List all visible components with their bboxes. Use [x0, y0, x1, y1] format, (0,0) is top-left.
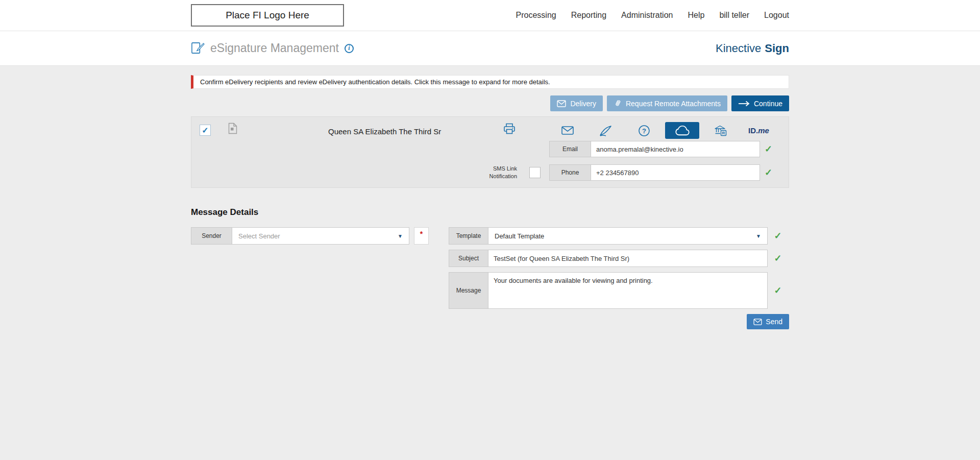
- arrow-right-icon: [738, 101, 750, 107]
- main-content: Confirm eDelivery recipients and review …: [0, 66, 980, 329]
- idme-me: me: [758, 126, 769, 135]
- delivery-button-label: Delivery: [570, 100, 596, 108]
- info-icon[interactable]: i: [345, 44, 354, 53]
- page-title: eSignature Management: [210, 41, 339, 55]
- printer-icon[interactable]: [503, 123, 516, 137]
- send-row: Send: [449, 314, 789, 329]
- sender-label: Sender: [191, 227, 232, 245]
- brand-logo: KinectiveSign: [716, 42, 789, 55]
- remote-bank-icon[interactable]: R: [703, 122, 738, 139]
- brand-name: Kinective: [716, 42, 761, 55]
- email-valid-check-icon: ✓: [765, 143, 772, 155]
- fi-logo-placeholder: Place FI Logo Here: [191, 4, 344, 27]
- nav-processing[interactable]: Processing: [516, 11, 556, 20]
- email-input[interactable]: [591, 141, 760, 157]
- envelope-icon: [557, 100, 566, 107]
- template-value: Default Template: [495, 232, 544, 240]
- continue-button-label: Continue: [754, 100, 782, 108]
- message-details-heading: Message Details: [191, 207, 789, 217]
- sender-select[interactable]: Select Sender ▼: [232, 227, 409, 245]
- message-valid-check-icon: ✓: [771, 285, 785, 296]
- phone-label: Phone: [549, 164, 591, 181]
- nav-username[interactable]: bill teller: [719, 11, 749, 20]
- phone-row: Phone ✓: [549, 164, 772, 181]
- nav-administration[interactable]: Administration: [621, 11, 673, 20]
- security-question-icon[interactable]: ?: [627, 122, 661, 139]
- top-header: Place FI Logo Here Processing Reporting …: [0, 0, 980, 31]
- template-row: Template Default Template ▼ ✓: [449, 227, 789, 245]
- brand-product: Sign: [765, 42, 789, 55]
- subject-label: Subject: [449, 250, 488, 267]
- sub-header: eSignature Management i KinectiveSign: [0, 31, 980, 66]
- send-button-label: Send: [766, 318, 782, 326]
- remote-badge-glyph: R: [722, 131, 725, 135]
- email-row: Email ✓: [549, 141, 772, 157]
- sms-notification-checkbox[interactable]: [529, 167, 541, 178]
- actions-row: Delivery Request Remote Attachments Cont…: [191, 95, 789, 111]
- template-valid-check-icon: ✓: [771, 230, 785, 241]
- recipient-checkbox[interactable]: ✓: [200, 125, 211, 136]
- request-remote-attachments-button[interactable]: Request Remote Attachments: [607, 95, 727, 111]
- nav-reporting[interactable]: Reporting: [571, 11, 606, 20]
- edelivery-alert-banner[interactable]: Confirm eDelivery recipients and review …: [191, 75, 789, 89]
- idme-id: ID.: [748, 126, 758, 135]
- subject-valid-check-icon: ✓: [771, 253, 785, 264]
- send-button[interactable]: Send: [747, 314, 789, 329]
- phone-input[interactable]: [591, 164, 760, 181]
- sender-placeholder: Select Sender: [238, 232, 280, 240]
- message-row: Message Your documents are available for…: [449, 272, 789, 309]
- phone-valid-check-icon: ✓: [765, 167, 772, 178]
- sender-row: Sender Select Sender ▼ *: [191, 227, 449, 245]
- subject-input[interactable]: [488, 250, 768, 267]
- message-label: Message: [449, 272, 488, 309]
- send-envelope-icon: [753, 319, 762, 325]
- esignature-doc-pen-icon: [191, 41, 205, 55]
- sender-required-marker: *: [414, 227, 429, 245]
- chevron-down-icon: ▼: [756, 233, 761, 239]
- top-nav: Processing Reporting Administration Help…: [516, 11, 789, 20]
- nav-help[interactable]: Help: [688, 11, 704, 20]
- delivery-button[interactable]: Delivery: [550, 95, 603, 111]
- template-label: Template: [449, 227, 488, 245]
- template-select[interactable]: Default Template ▼: [488, 227, 768, 245]
- subject-row: Subject ✓: [449, 250, 789, 267]
- chevron-down-icon: ▼: [398, 233, 403, 239]
- delivery-method-icons: ? R ID.me: [548, 122, 778, 139]
- request-remote-attachments-label: Request Remote Attachments: [626, 100, 721, 108]
- recipient-name: Queen SA Elizabeth The Third Sr: [328, 127, 441, 136]
- sms-link-notification-label: SMS Link Notification: [461, 165, 517, 180]
- continue-button[interactable]: Continue: [731, 95, 789, 111]
- email-label: Email: [549, 141, 591, 157]
- paperclip-icon: [612, 98, 623, 109]
- esign-pen-icon[interactable]: [589, 122, 623, 139]
- message-details-form: Sender Select Sender ▼ * Template Defaul…: [191, 227, 789, 329]
- email-delivery-icon[interactable]: [550, 122, 584, 139]
- nav-logout[interactable]: Logout: [764, 11, 789, 20]
- cloud-delivery-icon[interactable]: [665, 122, 699, 139]
- recipient-card: ✓ Queen SA Elizabeth The Third Sr: [191, 116, 789, 188]
- message-textarea[interactable]: Your documents are available for viewing…: [488, 272, 768, 309]
- document-icon: [228, 123, 237, 136]
- question-glyph: ?: [642, 127, 646, 134]
- idme-logo[interactable]: ID.me: [742, 122, 776, 139]
